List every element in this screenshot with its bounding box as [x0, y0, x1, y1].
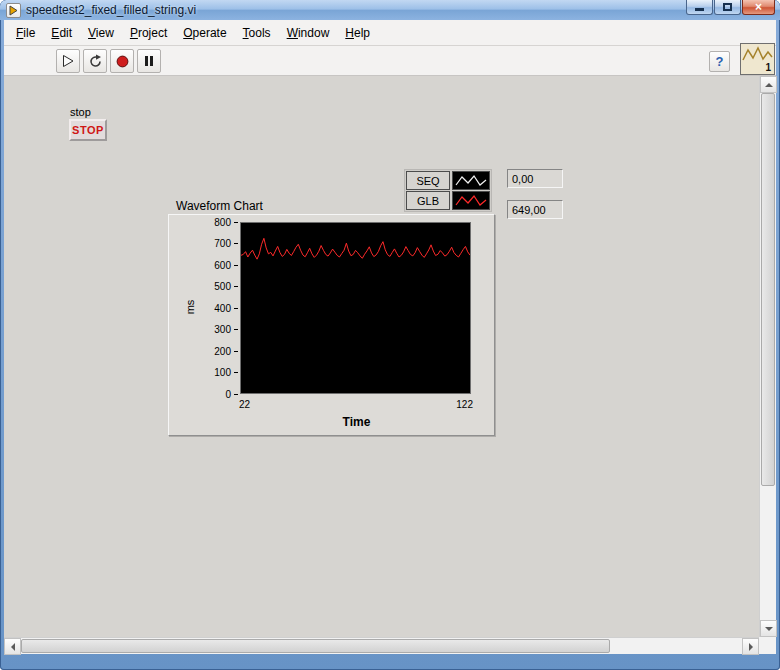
legend-glyph-seq	[452, 171, 490, 190]
arrow-left-icon	[7, 643, 15, 651]
menu-operate[interactable]: Operate	[175, 22, 234, 44]
y-tick-label: 100	[214, 367, 238, 379]
stop-control-label: stop	[70, 106, 91, 118]
minimize-icon	[695, 8, 704, 11]
front-panel-workspace: stop STOP SEQ GLB	[4, 76, 776, 654]
run-controls	[56, 49, 161, 73]
abort-button[interactable]	[110, 49, 134, 73]
y-tick-label: 400	[214, 302, 238, 314]
y-tick-label: 700	[214, 238, 238, 250]
title-bar[interactable]: speedtest2_fixed_filled_string.vi ×	[0, 0, 780, 20]
chart-plot-area	[240, 222, 471, 394]
scrollbar-corner	[759, 637, 776, 654]
close-button[interactable]: ×	[742, 0, 775, 15]
window-title: speedtest2_fixed_filled_string.vi	[26, 3, 196, 17]
run-button[interactable]	[56, 49, 80, 73]
glb-waveform-icon	[454, 193, 488, 209]
legend-glyph-glb	[452, 191, 490, 210]
scroll-right-button[interactable]	[742, 638, 759, 655]
chart-title: Waveform Chart	[176, 199, 263, 213]
menu-edit[interactable]: Edit	[43, 22, 80, 44]
chart-plot-svg	[241, 223, 470, 393]
vertical-scrollbar-thumb[interactable]	[761, 93, 775, 486]
menu-project[interactable]: Project	[122, 22, 175, 44]
y-tick-label: 800	[214, 216, 238, 228]
scroll-up-button[interactable]	[760, 76, 777, 93]
seq-waveform-icon	[454, 173, 488, 189]
x-tick-min: 22	[239, 399, 250, 410]
horizontal-scrollbar-thumb[interactable]	[21, 639, 610, 653]
menu-file[interactable]: File	[8, 22, 43, 44]
chart-series-glb	[241, 238, 470, 259]
arrow-down-icon	[765, 627, 773, 635]
menu-help[interactable]: Help	[337, 22, 378, 44]
seq-numeric-indicator: 0,00	[507, 169, 563, 188]
vi-icon-number: 1	[765, 62, 771, 73]
toolbar: ?	[4, 46, 776, 76]
stop-button[interactable]: STOP	[69, 119, 107, 141]
horizontal-scrollbar[interactable]	[4, 637, 759, 654]
run-continuous-button[interactable]	[83, 49, 107, 73]
menu-view[interactable]: View	[80, 22, 122, 44]
run-arrow-icon	[61, 54, 75, 68]
run-continuous-icon	[88, 54, 103, 69]
pause-icon	[145, 56, 153, 66]
scroll-left-button[interactable]	[4, 638, 21, 655]
minimize-button[interactable]	[686, 0, 713, 15]
question-mark-icon: ?	[716, 54, 724, 69]
y-axis-label: ms	[184, 300, 196, 315]
pause-button[interactable]	[137, 49, 161, 73]
y-tick-label: 0	[225, 388, 238, 400]
y-axis-ticks: 8007006005004003002001000	[169, 223, 238, 395]
window-controls: ×	[686, 0, 775, 15]
context-help-button[interactable]: ?	[709, 51, 730, 72]
x-tick-max: 122	[456, 399, 473, 410]
labview-app-icon	[6, 3, 21, 18]
waveform-chart: 8007006005004003002001000 ms 22 122 Time	[168, 214, 495, 436]
x-axis-ticks: 22 122	[239, 399, 473, 410]
legend-label-glb: GLB	[406, 191, 450, 210]
legend-label-seq: SEQ	[406, 171, 450, 190]
menu-bar: File Edit View Project Operate Tools Win…	[4, 20, 776, 46]
legend-row-seq[interactable]: SEQ	[406, 171, 490, 190]
vertical-scrollbar[interactable]	[759, 76, 776, 637]
y-tick-label: 600	[214, 259, 238, 271]
menu-tools[interactable]: Tools	[235, 22, 279, 44]
y-tick-label: 200	[214, 345, 238, 357]
vi-icon[interactable]: 1	[740, 43, 775, 75]
legend-row-glb[interactable]: GLB	[406, 191, 490, 210]
arrow-right-icon	[749, 643, 757, 651]
labview-arrow-icon	[8, 5, 19, 16]
maximize-icon	[723, 3, 732, 11]
labview-window: speedtest2_fixed_filled_string.vi × File…	[0, 0, 780, 670]
close-icon: ×	[755, 1, 762, 13]
abort-icon	[115, 54, 130, 69]
front-panel: stop STOP SEQ GLB	[4, 76, 759, 637]
y-tick-label: 300	[214, 324, 238, 336]
menu-window[interactable]: Window	[279, 22, 338, 44]
plot-legend: SEQ GLB	[404, 169, 492, 212]
scroll-down-button[interactable]	[760, 620, 777, 637]
glb-numeric-indicator: 649,00	[507, 200, 563, 219]
x-axis-label: Time	[240, 415, 473, 429]
arrow-up-icon	[765, 79, 773, 87]
maximize-button[interactable]	[714, 0, 741, 15]
y-tick-label: 500	[214, 281, 238, 293]
